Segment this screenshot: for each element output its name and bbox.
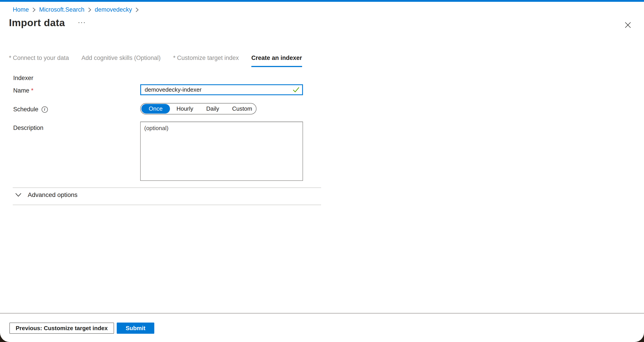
checkmark-icon	[293, 87, 300, 94]
description-field-label: Description	[13, 124, 44, 132]
page-title: Import data	[9, 17, 65, 28]
close-icon	[624, 22, 632, 28]
breadcrumb-link-resource[interactable]: demovedecky	[95, 6, 132, 13]
info-icon[interactable]: i	[42, 106, 48, 113]
tab-required-mark: *	[9, 54, 12, 61]
required-asterisk: *	[31, 87, 34, 94]
schedule-field-label: Schedule i	[13, 106, 48, 113]
advanced-options-toggle[interactable]: Advanced options	[15, 191, 78, 198]
previous-step-button[interactable]: Previous: Customize target index	[10, 322, 114, 334]
tab-connect-to-your-data[interactable]: *Connect to your data	[9, 54, 69, 67]
chevron-down-icon	[15, 193, 22, 197]
schedule-segmented-control: Once Hourly Daily Custom	[140, 103, 256, 114]
chevron-right-icon	[32, 7, 36, 12]
chevron-right-icon	[88, 7, 91, 12]
tab-add-cognitive-skills[interactable]: Add cognitive skills (Optional)	[82, 54, 160, 67]
divider	[13, 187, 321, 188]
tab-label: Add cognitive skills (Optional)	[82, 54, 160, 61]
schedule-option-hourly[interactable]: Hourly	[170, 104, 200, 114]
tab-label: Connect to your data	[13, 54, 69, 61]
name-input-wrap	[140, 84, 303, 95]
section-title-indexer: Indexer	[13, 75, 33, 82]
wizard-tabs: *Connect to your data Add cognitive skil…	[9, 54, 302, 67]
breadcrumb-link-home[interactable]: Home	[13, 6, 29, 13]
name-field-label: Name*	[13, 87, 34, 94]
schedule-option-daily[interactable]: Daily	[200, 104, 226, 114]
footer-divider	[0, 313, 644, 314]
indexer-name-input[interactable]	[140, 84, 303, 95]
schedule-option-custom[interactable]: Custom	[226, 104, 259, 114]
close-button[interactable]	[624, 20, 632, 30]
schedule-option-once[interactable]: Once	[141, 104, 170, 114]
breadcrumb-link-service[interactable]: Microsoft.Search	[39, 6, 84, 13]
tab-label: Create an indexer	[251, 54, 302, 61]
breadcrumb: Home Microsoft.Search demovedecky	[13, 6, 139, 13]
top-accent-bar	[0, 0, 644, 2]
tab-create-an-indexer[interactable]: Create an indexer	[251, 54, 302, 67]
import-data-panel: Home Microsoft.Search demovedecky Import…	[0, 0, 644, 342]
tab-label: Customize target index	[177, 54, 239, 61]
submit-button[interactable]: Submit	[117, 322, 154, 334]
chevron-right-icon	[136, 7, 139, 12]
description-textarea[interactable]	[140, 122, 303, 181]
tab-customize-target-index[interactable]: *Customize target index	[173, 54, 239, 67]
advanced-options-label: Advanced options	[28, 191, 78, 198]
more-options-button[interactable]: ···	[78, 18, 86, 26]
divider	[13, 204, 321, 205]
tab-required-mark: *	[173, 54, 176, 61]
